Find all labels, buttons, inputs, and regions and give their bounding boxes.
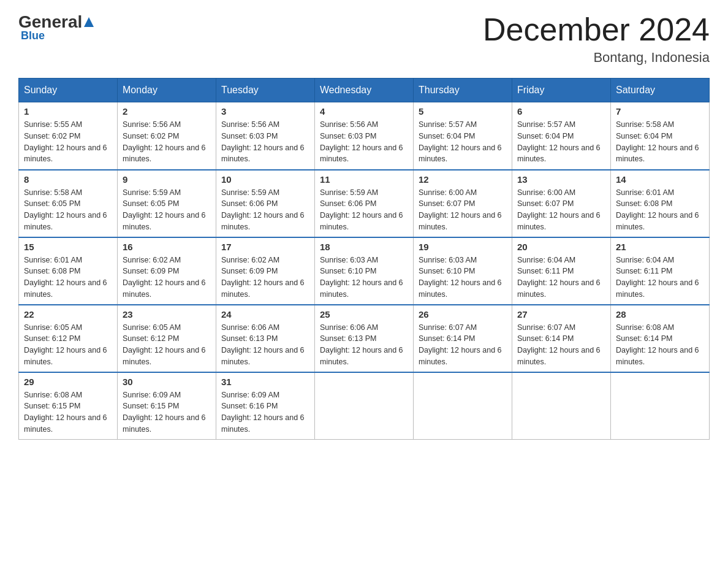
day-info: Sunrise: 5:58 AMSunset: 6:04 PMDaylight:… xyxy=(616,119,704,165)
weekday-header-tuesday: Tuesday xyxy=(216,79,315,102)
calendar-week-row: 29Sunrise: 6:08 AMSunset: 6:15 PMDayligh… xyxy=(19,372,710,440)
calendar-cell: 27Sunrise: 6:07 AMSunset: 6:14 PMDayligh… xyxy=(512,305,611,372)
calendar-cell: 30Sunrise: 6:09 AMSunset: 6:15 PMDayligh… xyxy=(118,372,216,440)
day-info: Sunrise: 6:01 AMSunset: 6:08 PMDaylight:… xyxy=(616,187,704,233)
calendar-cell: 17Sunrise: 6:02 AMSunset: 6:09 PMDayligh… xyxy=(216,237,315,305)
calendar-week-row: 1Sunrise: 5:55 AMSunset: 6:02 PMDaylight… xyxy=(19,102,710,170)
day-number: 5 xyxy=(419,106,507,117)
day-number: 20 xyxy=(517,242,605,252)
day-info: Sunrise: 6:08 AMSunset: 6:14 PMDaylight:… xyxy=(616,322,704,368)
day-info: Sunrise: 6:09 AMSunset: 6:16 PMDaylight:… xyxy=(221,389,309,435)
day-number: 25 xyxy=(320,309,408,320)
day-number: 24 xyxy=(221,309,309,320)
day-number: 2 xyxy=(123,106,211,117)
day-info: Sunrise: 5:57 AMSunset: 6:04 PMDaylight:… xyxy=(517,119,605,165)
calendar-cell: 21Sunrise: 6:04 AMSunset: 6:11 PMDayligh… xyxy=(611,237,710,305)
day-info: Sunrise: 5:58 AMSunset: 6:05 PMDaylight:… xyxy=(24,187,112,233)
day-info: Sunrise: 6:05 AMSunset: 6:12 PMDaylight:… xyxy=(123,322,211,368)
day-info: Sunrise: 6:01 AMSunset: 6:08 PMDaylight:… xyxy=(24,255,112,301)
weekday-header-saturday: Saturday xyxy=(611,79,710,102)
day-number: 11 xyxy=(320,174,408,185)
title-block: December 2024 Bontang, Indonesia xyxy=(483,12,710,66)
day-info: Sunrise: 6:06 AMSunset: 6:13 PMDaylight:… xyxy=(221,322,309,368)
calendar-cell: 7Sunrise: 5:58 AMSunset: 6:04 PMDaylight… xyxy=(611,102,710,170)
calendar-cell: 31Sunrise: 6:09 AMSunset: 6:16 PMDayligh… xyxy=(216,372,315,440)
calendar-cell: 20Sunrise: 6:04 AMSunset: 6:11 PMDayligh… xyxy=(512,237,611,305)
calendar-week-row: 22Sunrise: 6:05 AMSunset: 6:12 PMDayligh… xyxy=(19,305,710,372)
calendar-cell: 2Sunrise: 5:56 AMSunset: 6:02 PMDaylight… xyxy=(118,102,216,170)
day-number: 27 xyxy=(517,309,605,320)
day-number: 10 xyxy=(221,174,309,185)
calendar-cell: 10Sunrise: 5:59 AMSunset: 6:06 PMDayligh… xyxy=(216,170,315,237)
day-number: 29 xyxy=(24,377,112,387)
day-info: Sunrise: 5:56 AMSunset: 6:03 PMDaylight:… xyxy=(221,119,309,165)
calendar-table: SundayMondayTuesdayWednesdayThursdayFrid… xyxy=(18,78,710,440)
calendar-cell: 9Sunrise: 5:59 AMSunset: 6:05 PMDaylight… xyxy=(118,170,216,237)
day-number: 19 xyxy=(419,242,507,252)
day-number: 6 xyxy=(517,106,605,117)
location: Bontang, Indonesia xyxy=(483,50,710,66)
month-title: December 2024 xyxy=(483,12,710,47)
weekday-header-wednesday: Wednesday xyxy=(315,79,414,102)
page-header: General Blue December 2024 Bontang, Indo… xyxy=(18,12,710,66)
day-number: 17 xyxy=(221,242,309,252)
weekday-header-sunday: Sunday xyxy=(19,79,118,102)
day-number: 8 xyxy=(24,174,112,185)
svg-marker-0 xyxy=(84,17,94,27)
calendar-cell xyxy=(414,372,512,440)
calendar-week-row: 15Sunrise: 6:01 AMSunset: 6:08 PMDayligh… xyxy=(19,237,710,305)
logo-triangle-icon xyxy=(83,16,95,28)
calendar-cell: 13Sunrise: 6:00 AMSunset: 6:07 PMDayligh… xyxy=(512,170,611,237)
calendar-cell: 8Sunrise: 5:58 AMSunset: 6:05 PMDaylight… xyxy=(19,170,118,237)
day-info: Sunrise: 6:03 AMSunset: 6:10 PMDaylight:… xyxy=(320,255,408,301)
day-number: 14 xyxy=(616,174,704,185)
day-number: 23 xyxy=(123,309,211,320)
calendar-cell: 18Sunrise: 6:03 AMSunset: 6:10 PMDayligh… xyxy=(315,237,414,305)
day-number: 1 xyxy=(24,106,112,117)
day-info: Sunrise: 5:56 AMSunset: 6:02 PMDaylight:… xyxy=(123,119,211,165)
logo: General Blue xyxy=(18,12,96,42)
day-number: 9 xyxy=(123,174,211,185)
day-info: Sunrise: 5:56 AMSunset: 6:03 PMDaylight:… xyxy=(320,119,408,165)
day-info: Sunrise: 6:09 AMSunset: 6:15 PMDaylight:… xyxy=(123,389,211,435)
day-number: 31 xyxy=(221,377,309,387)
calendar-cell: 5Sunrise: 5:57 AMSunset: 6:04 PMDaylight… xyxy=(414,102,512,170)
weekday-header-row: SundayMondayTuesdayWednesdayThursdayFrid… xyxy=(19,79,710,102)
day-info: Sunrise: 6:07 AMSunset: 6:14 PMDaylight:… xyxy=(517,322,605,368)
weekday-header-monday: Monday xyxy=(118,79,216,102)
calendar-cell: 6Sunrise: 5:57 AMSunset: 6:04 PMDaylight… xyxy=(512,102,611,170)
day-info: Sunrise: 6:08 AMSunset: 6:15 PMDaylight:… xyxy=(24,389,112,435)
calendar-cell: 1Sunrise: 5:55 AMSunset: 6:02 PMDaylight… xyxy=(19,102,118,170)
calendar-cell xyxy=(315,372,414,440)
calendar-cell: 26Sunrise: 6:07 AMSunset: 6:14 PMDayligh… xyxy=(414,305,512,372)
calendar-week-row: 8Sunrise: 5:58 AMSunset: 6:05 PMDaylight… xyxy=(19,170,710,237)
day-info: Sunrise: 6:04 AMSunset: 6:11 PMDaylight:… xyxy=(616,255,704,301)
day-info: Sunrise: 6:07 AMSunset: 6:14 PMDaylight:… xyxy=(419,322,507,368)
day-info: Sunrise: 6:00 AMSunset: 6:07 PMDaylight:… xyxy=(419,187,507,233)
day-number: 18 xyxy=(320,242,408,252)
calendar-cell: 29Sunrise: 6:08 AMSunset: 6:15 PMDayligh… xyxy=(19,372,118,440)
day-number: 15 xyxy=(24,242,112,252)
day-number: 7 xyxy=(616,106,704,117)
day-info: Sunrise: 6:06 AMSunset: 6:13 PMDaylight:… xyxy=(320,322,408,368)
day-number: 30 xyxy=(123,377,211,387)
day-info: Sunrise: 6:03 AMSunset: 6:10 PMDaylight:… xyxy=(419,255,507,301)
day-info: Sunrise: 6:02 AMSunset: 6:09 PMDaylight:… xyxy=(123,255,211,301)
day-number: 21 xyxy=(616,242,704,252)
weekday-header-thursday: Thursday xyxy=(414,79,512,102)
calendar-cell: 25Sunrise: 6:06 AMSunset: 6:13 PMDayligh… xyxy=(315,305,414,372)
day-info: Sunrise: 5:59 AMSunset: 6:06 PMDaylight:… xyxy=(221,187,309,233)
day-number: 28 xyxy=(616,309,704,320)
calendar-cell: 22Sunrise: 6:05 AMSunset: 6:12 PMDayligh… xyxy=(19,305,118,372)
calendar-cell: 23Sunrise: 6:05 AMSunset: 6:12 PMDayligh… xyxy=(118,305,216,372)
day-info: Sunrise: 6:04 AMSunset: 6:11 PMDaylight:… xyxy=(517,255,605,301)
day-number: 12 xyxy=(419,174,507,185)
day-number: 16 xyxy=(123,242,211,252)
day-number: 13 xyxy=(517,174,605,185)
weekday-header-friday: Friday xyxy=(512,79,611,102)
day-info: Sunrise: 5:59 AMSunset: 6:05 PMDaylight:… xyxy=(123,187,211,233)
calendar-cell: 16Sunrise: 6:02 AMSunset: 6:09 PMDayligh… xyxy=(118,237,216,305)
calendar-cell: 19Sunrise: 6:03 AMSunset: 6:10 PMDayligh… xyxy=(414,237,512,305)
day-number: 26 xyxy=(419,309,507,320)
day-number: 22 xyxy=(24,309,112,320)
